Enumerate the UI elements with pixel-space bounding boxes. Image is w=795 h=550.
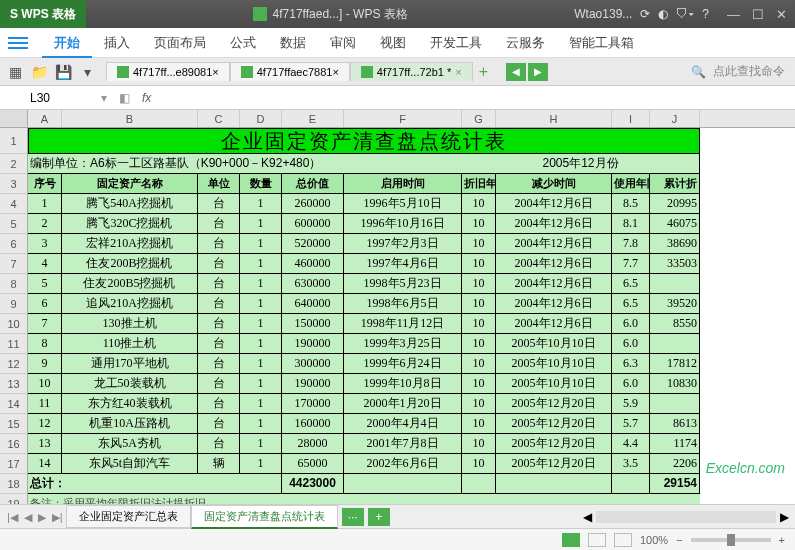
doc-tab-3[interactable]: 4f717ff...72b1 *×	[350, 62, 473, 81]
row-header[interactable]: 6	[0, 234, 28, 254]
row-header[interactable]: 8	[0, 274, 28, 294]
cell[interactable]: 10	[462, 414, 496, 434]
cell[interactable]: 8.5	[612, 194, 650, 214]
cell[interactable]: 台	[198, 434, 240, 454]
select-all-corner[interactable]	[0, 110, 28, 127]
cell[interactable]: 编制单位：A6标一工区路基队（K90+000－K92+480）	[28, 154, 462, 174]
cell[interactable]: 1997年4月6日	[344, 254, 462, 274]
cell[interactable]: 5.7	[612, 414, 650, 434]
cell[interactable]: 序号	[28, 174, 62, 194]
cell[interactable]: 1	[240, 374, 282, 394]
cell[interactable]: 4.4	[612, 434, 650, 454]
cell[interactable]: 110推土机	[62, 334, 198, 354]
cell[interactable]: 2000年1月20日	[344, 394, 462, 414]
cell[interactable]: 2206	[650, 454, 700, 474]
cell[interactable]: 3	[28, 234, 62, 254]
row-header[interactable]: 10	[0, 314, 28, 334]
cell[interactable]: 1999年3月25日	[344, 334, 462, 354]
tab-review[interactable]: 审阅	[318, 28, 368, 58]
row-header[interactable]: 17	[0, 454, 28, 474]
cell[interactable]	[462, 474, 496, 494]
sheet-next-icon[interactable]: ▶	[35, 511, 49, 523]
cell[interactable]: 10	[462, 294, 496, 314]
cell[interactable]: 1	[240, 434, 282, 454]
tab-formula[interactable]: 公式	[218, 28, 268, 58]
cell[interactable]: 使用年限	[612, 174, 650, 194]
cell[interactable]: 10	[462, 374, 496, 394]
cell[interactable]: 台	[198, 394, 240, 414]
cell[interactable]: 10	[462, 214, 496, 234]
row-header[interactable]: 9	[0, 294, 28, 314]
cell[interactable]: 2004年12月6日	[496, 234, 612, 254]
cell[interactable]: 2004年12月6日	[496, 214, 612, 234]
qat-dd[interactable]: ▾	[78, 63, 96, 81]
tab-layout[interactable]: 页面布局	[142, 28, 218, 58]
cell[interactable]: 10	[462, 434, 496, 454]
cell[interactable]: 5.9	[612, 394, 650, 414]
close-button[interactable]: ✕	[776, 7, 787, 22]
row-header[interactable]: 14	[0, 394, 28, 414]
open-icon[interactable]: 📁	[30, 63, 48, 81]
sync-icon[interactable]: ⟳	[640, 7, 650, 21]
cell[interactable]: 170000	[282, 394, 344, 414]
cell[interactable]: 东方红40装载机	[62, 394, 198, 414]
cell[interactable]: 8.1	[612, 214, 650, 234]
row-header[interactable]: 18	[0, 474, 28, 494]
cell[interactable]: 台	[198, 414, 240, 434]
cell[interactable]: 1998年5月23日	[344, 274, 462, 294]
cell[interactable]: 2005年10月10日	[496, 374, 612, 394]
tab-data[interactable]: 数据	[268, 28, 318, 58]
cell[interactable]: 1	[240, 294, 282, 314]
cell[interactable]: 住友200B挖掘机	[62, 254, 198, 274]
cell[interactable]: 通用170平地机	[62, 354, 198, 374]
col-B[interactable]: B	[62, 110, 198, 127]
help-icon[interactable]: ?	[702, 7, 709, 21]
cell[interactable]: 20995	[650, 194, 700, 214]
cell[interactable]: 6.0	[612, 334, 650, 354]
cell[interactable]: 2005年12月份	[462, 154, 700, 174]
cell[interactable]	[650, 394, 700, 414]
add-sheet-icon[interactable]: ···	[342, 508, 364, 526]
cell[interactable]: 6.5	[612, 294, 650, 314]
cell[interactable]: 2005年12月20日	[496, 434, 612, 454]
zoom-value[interactable]: 100%	[640, 534, 668, 546]
shield-icon[interactable]: ⛉▾	[676, 7, 694, 21]
col-A[interactable]: A	[28, 110, 62, 127]
cell[interactable]: 7.8	[612, 234, 650, 254]
cell[interactable]: 65000	[282, 454, 344, 474]
hscroll-left-icon[interactable]: ◀	[583, 510, 592, 524]
cell[interactable]: 2004年12月6日	[496, 294, 612, 314]
doc-tab-2[interactable]: 4f717ffaec7881×	[230, 62, 350, 81]
cell[interactable]: 8613	[650, 414, 700, 434]
add-tab-icon[interactable]: +	[473, 63, 494, 81]
cell[interactable]: 1999年6月24日	[344, 354, 462, 374]
cell[interactable]: 6.0	[612, 314, 650, 334]
sheet-prev-icon[interactable]: ◀	[21, 511, 35, 523]
cell[interactable]: 台	[198, 334, 240, 354]
cell[interactable]: 2005年12月20日	[496, 454, 612, 474]
cell[interactable]: 1	[240, 234, 282, 254]
theme-icon[interactable]: ◐	[658, 7, 668, 21]
cell[interactable]: 10	[28, 374, 62, 394]
cell[interactable]: 1	[240, 314, 282, 334]
cell[interactable]: 190000	[282, 374, 344, 394]
cell[interactable]: 10	[462, 394, 496, 414]
cell[interactable]: 39520	[650, 294, 700, 314]
tab-insert[interactable]: 插入	[92, 28, 142, 58]
cell[interactable]: 1174	[650, 434, 700, 454]
cell[interactable]: 7	[28, 314, 62, 334]
tab-view[interactable]: 视图	[368, 28, 418, 58]
user-label[interactable]: Wtao139...	[574, 7, 632, 21]
cell[interactable]: 2004年12月6日	[496, 314, 612, 334]
row-header[interactable]: 16	[0, 434, 28, 454]
cell[interactable]: 东风5A夯机	[62, 434, 198, 454]
col-J[interactable]: J	[650, 110, 700, 127]
cell[interactable]: 累计折	[650, 174, 700, 194]
command-search[interactable]: 🔍 点此查找命令	[691, 63, 795, 80]
cell[interactable]: 台	[198, 234, 240, 254]
row-header[interactable]: 2	[0, 154, 28, 174]
col-G[interactable]: G	[462, 110, 496, 127]
cell[interactable]: 1	[240, 354, 282, 374]
cell[interactable]: 9	[28, 354, 62, 374]
cell[interactable]: 单位	[198, 174, 240, 194]
